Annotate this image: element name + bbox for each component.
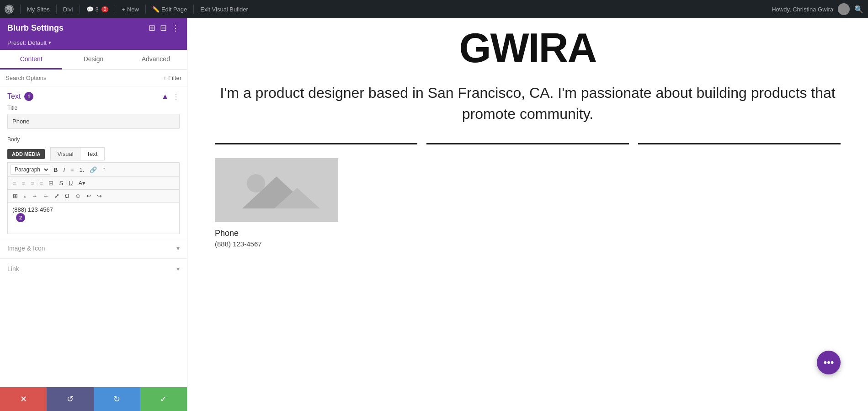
image-icon-chevron-icon: ▾ (176, 245, 180, 252)
editor-body[interactable]: (888) 123-4567 2 (7, 202, 180, 234)
divi-link[interactable]: Divi (63, 6, 73, 13)
toolbar-row-2: ≡ ≡ ≡ ≡ ⊞ S U A▾ (7, 176, 180, 189)
preset-selector[interactable]: Preset: Default ▾ (0, 37, 187, 50)
text-menu-icon[interactable]: ⋮ (172, 92, 180, 101)
redo-editor-button[interactable]: ↪ (95, 192, 104, 200)
panel-tabs: Content Design Advanced (0, 50, 187, 70)
blurb-image (215, 158, 338, 222)
align-right-button[interactable]: ≡ (28, 179, 37, 187)
comments-link[interactable]: 💬 3 0 (86, 6, 109, 13)
embed-button[interactable]: ⊞ (11, 192, 20, 200)
divider-line-3 (638, 143, 841, 144)
indent-button[interactable]: → (29, 192, 40, 200)
link-button[interactable]: 🔗 (87, 165, 99, 174)
tab-design[interactable]: Design (62, 50, 124, 69)
page-content: GWIRA I'm a product designer based in Sa… (187, 18, 868, 411)
fullscreen-button[interactable]: ⤢ (52, 192, 62, 200)
italic-button[interactable]: I (61, 165, 67, 174)
more-options-icon[interactable]: ⋮ (171, 23, 180, 33)
ordered-list-button[interactable]: 1. (77, 165, 87, 174)
preset-arrow-icon: ▾ (48, 40, 51, 46)
text-collapse-icon[interactable]: ▲ (161, 92, 169, 101)
site-description: I'm a product designer based in San Fran… (215, 82, 841, 125)
comment-badge: 0 (101, 6, 109, 12)
text-section-header: Text 1 ▲ ⋮ (0, 86, 187, 105)
redo-button[interactable]: ↻ (94, 387, 140, 411)
my-sites-link[interactable]: My Sites (27, 6, 50, 13)
admin-search-icon[interactable]: 🔍 (854, 5, 863, 14)
body-badge: 2 (16, 213, 25, 222)
unordered-list-button[interactable]: ≡ (68, 165, 76, 174)
editor-tab-visual[interactable]: Visual (51, 148, 80, 160)
fab-dots-icon: ••• (823, 357, 834, 368)
resize-icon[interactable]: ⊞ (149, 23, 155, 33)
avatar (838, 3, 850, 15)
search-input[interactable] (5, 75, 160, 81)
body-editor: ADD MEDIA Visual Text Paragraph B I ≡ 1.… (0, 145, 187, 238)
emoji-button[interactable]: ☺ (73, 192, 83, 200)
undo-editor-button[interactable]: ↩ (84, 192, 94, 200)
link-section[interactable]: Link ▾ (0, 258, 187, 279)
add-media-button[interactable]: ADD MEDIA (7, 149, 45, 159)
fab-button[interactable]: ••• (817, 351, 841, 374)
blurb-phone: (888) 123-4567 (215, 240, 338, 248)
blockquote-button[interactable]: " (100, 165, 107, 174)
svg-point-4 (247, 174, 265, 192)
divider-line-1 (215, 143, 417, 144)
save-button[interactable]: ✓ (140, 387, 187, 411)
user-greeting: Howdy, Christina Gwira (772, 6, 833, 13)
editor-tab-text[interactable]: Text (80, 148, 105, 160)
text-badge: 1 (24, 92, 33, 101)
subscript-button[interactable]: ₓ (21, 192, 28, 200)
undo-button[interactable]: ↺ (47, 387, 93, 411)
panel-header: Blurb Settings ⊞ ⊟ ⋮ (0, 18, 187, 37)
outdent-button[interactable]: ← (41, 192, 51, 200)
strikethrough-button[interactable]: S (57, 179, 65, 187)
exit-builder-link[interactable]: Exit Visual Builder (200, 6, 248, 13)
settings-panel: Blurb Settings ⊞ ⊟ ⋮ Preset: Default ▾ C… (0, 18, 187, 411)
admin-bar: My Sites Divi 💬 3 0 + New ✏️ Edit Page E… (0, 0, 868, 18)
paragraph-select[interactable]: Paragraph (11, 165, 50, 175)
special-chars-button[interactable]: Ω (63, 192, 72, 200)
align-center-button[interactable]: ≡ (20, 179, 28, 187)
tab-advanced[interactable]: Advanced (125, 50, 187, 69)
title-field-group: Title (0, 105, 187, 134)
toolbar-row-3: ⊞ ₓ → ← ⤢ Ω ☺ ↩ ↪ (7, 189, 180, 202)
divider-line-2 (426, 143, 629, 144)
table-button[interactable]: ⊞ (46, 179, 56, 187)
image-icon-section[interactable]: Image & Icon ▾ (0, 238, 187, 258)
wordpress-icon[interactable] (5, 5, 14, 14)
align-justify-button[interactable]: ≡ (37, 179, 46, 187)
bottom-bar: ✕ ↺ ↻ ✓ (0, 387, 187, 411)
search-bar: + Filter (0, 70, 187, 86)
underline-button[interactable]: U (66, 179, 75, 187)
align-left-button[interactable]: ≡ (11, 179, 19, 187)
bold-button[interactable]: B (51, 165, 60, 174)
title-input[interactable] (7, 114, 180, 129)
toolbar-row-1: Paragraph B I ≡ 1. 🔗 " (7, 162, 180, 176)
blurb-title: Phone (215, 229, 338, 238)
body-label: Body (0, 134, 187, 145)
blurb-card: Phone (888) 123-4567 (215, 158, 338, 248)
image-icon-label: Image & Icon (7, 245, 45, 252)
title-label: Title (7, 105, 180, 111)
filter-button[interactable]: + Filter (163, 75, 181, 81)
cancel-button[interactable]: ✕ (0, 387, 47, 411)
tab-content[interactable]: Content (0, 50, 62, 69)
columns-icon[interactable]: ⊟ (160, 23, 167, 33)
text-color-button[interactable]: A▾ (76, 179, 88, 187)
new-link[interactable]: + New (122, 6, 139, 13)
link-chevron-icon: ▾ (176, 265, 180, 272)
panel-title: Blurb Settings (7, 23, 64, 33)
edit-page-link[interactable]: ✏️ Edit Page (152, 6, 187, 13)
link-label: Link (7, 265, 19, 272)
text-section-title: Text 1 (7, 92, 33, 101)
panel-content: Text 1 ▲ ⋮ Title Body ADD MED (0, 86, 187, 387)
dividers-row (215, 143, 841, 144)
site-title: GWIRA (215, 27, 841, 69)
